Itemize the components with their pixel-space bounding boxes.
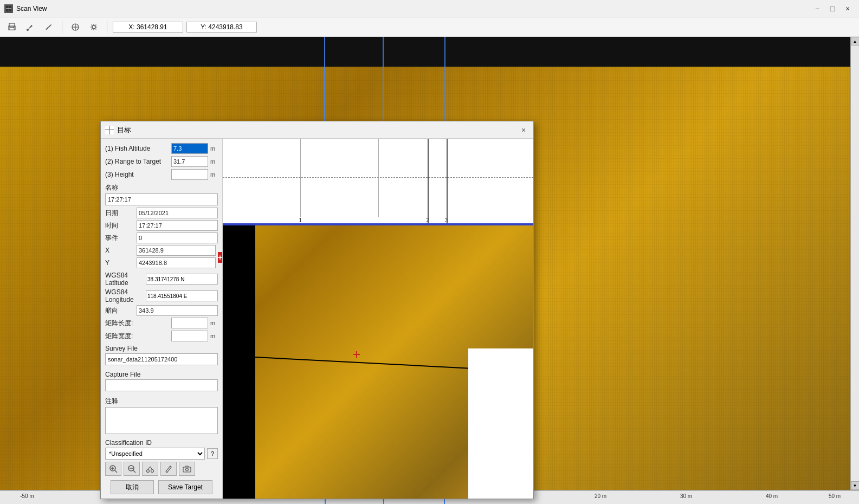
range-to-target-row: (2) Range to Target m <box>105 156 218 167</box>
notes-textarea[interactable] <box>105 407 218 434</box>
xy-row: X Y + <box>105 245 218 270</box>
event-input[interactable] <box>137 232 218 243</box>
heading-input[interactable] <box>137 305 218 316</box>
gear-icon <box>89 23 98 31</box>
zoom-out-tool[interactable] <box>124 462 140 476</box>
range-to-target-label: (2) Range to Target <box>105 158 169 165</box>
svg-point-39 <box>186 468 189 471</box>
fish-altitude-unit: m <box>210 145 218 152</box>
save-target-button[interactable]: Save Target <box>158 480 212 494</box>
brush-icon <box>26 23 35 31</box>
coord-x: X: 361428.91 <box>113 22 183 33</box>
print-button[interactable] <box>4 20 20 35</box>
sonar-shadow-left <box>223 225 255 499</box>
x-input[interactable] <box>137 245 216 256</box>
pencil-icon <box>164 464 173 473</box>
wgs84-lat-label: WGS84 Latitude <box>105 272 144 287</box>
svg-point-5 <box>48 27 49 28</box>
svg-point-3 <box>13 27 14 28</box>
array-length-label: 矩阵长度: <box>105 319 169 328</box>
date-label: 日期 <box>105 209 132 218</box>
survey-file-input[interactable] <box>105 353 218 365</box>
svg-rect-0 <box>9 23 15 27</box>
print-icon <box>8 23 16 31</box>
dialog-title-bar: 目标 × <box>101 121 533 139</box>
sonar-panel: 1 2 3 <box>223 139 533 499</box>
wgs84-lat-row: WGS84 Latitude <box>105 272 218 287</box>
help-button[interactable]: ? <box>207 448 218 459</box>
capture-file-input[interactable] <box>105 379 218 391</box>
svg-text:40 m: 40 m <box>766 493 778 499</box>
zoom-in-tool[interactable] <box>105 462 121 476</box>
svg-text:30 m: 30 m <box>680 493 692 499</box>
minimize-button[interactable]: − <box>810 3 824 14</box>
dialog-title: 目标 <box>117 125 131 135</box>
target-left-vline <box>428 139 429 224</box>
range-to-target-input[interactable] <box>171 156 208 167</box>
array-width-input[interactable] <box>171 331 208 341</box>
classification-select[interactable]: *Unspecified <box>105 448 205 460</box>
separator2 <box>107 21 107 34</box>
range-unit: m <box>210 158 218 165</box>
vertical-scrollbar[interactable]: ▲ ▼ <box>850 37 859 490</box>
svg-text:50 m: 50 m <box>829 493 841 499</box>
scale-3: 3 <box>445 217 448 223</box>
dialog-close-button[interactable]: × <box>518 125 529 135</box>
date-input[interactable] <box>137 208 218 218</box>
wgs84-lon-label: WGS84 Longitude <box>105 288 144 303</box>
separator <box>62 21 62 34</box>
svg-point-4 <box>27 29 29 31</box>
add-location-button[interactable]: + <box>218 252 222 263</box>
svg-line-35 <box>148 467 150 470</box>
close-button[interactable]: × <box>841 3 855 14</box>
height-row: (3) Height m <box>105 169 218 180</box>
blue-baseline <box>223 223 533 224</box>
target-right-vline <box>447 139 448 224</box>
sonar-top-view: 1 2 3 <box>223 139 533 225</box>
app-icon <box>4 4 13 13</box>
svg-text:20 m: 20 m <box>595 493 606 499</box>
pen-tool[interactable] <box>160 462 177 476</box>
zoom-in-icon <box>109 464 118 473</box>
svg-point-9 <box>92 25 95 29</box>
title-bar-left: Scan View <box>4 4 47 13</box>
array-length-input[interactable] <box>171 318 208 328</box>
name-input[interactable] <box>105 193 218 205</box>
capture-file-label: Capture File <box>105 371 218 378</box>
gear-button[interactable] <box>86 20 101 35</box>
camera-tool[interactable] <box>179 462 195 476</box>
time-row: 时间 <box>105 220 218 231</box>
xy-fields: X Y <box>105 245 216 270</box>
tool-row <box>105 462 218 476</box>
zoom-out-icon <box>127 464 136 473</box>
wgs84-lon-input[interactable] <box>146 290 218 301</box>
toolbar: X: 361428.91 Y: 4243918.83 <box>0 17 859 37</box>
camera-icon <box>183 464 191 473</box>
scroll-down[interactable]: ▼ <box>851 481 860 490</box>
height-unit: m <box>210 171 218 178</box>
wgs84-lat-input[interactable] <box>146 274 218 285</box>
hand-button[interactable] <box>68 20 83 35</box>
fish-altitude-row: (1) Fish Altitude m <box>105 143 218 154</box>
maximize-button[interactable]: □ <box>825 3 839 14</box>
x-row: X <box>105 245 216 256</box>
array-length-unit: m <box>210 320 218 326</box>
name-section-label: 名称 <box>105 183 218 192</box>
pen-button[interactable] <box>41 20 56 35</box>
array-length-row: 矩阵长度: m <box>105 318 218 328</box>
y-input[interactable] <box>137 257 216 268</box>
height-input[interactable] <box>171 169 208 180</box>
cancel-button[interactable]: 取消 <box>111 480 154 494</box>
cut-tool[interactable] <box>142 462 158 476</box>
crosshair-marker <box>353 351 360 358</box>
fish-altitude-label: (1) Fish Altitude <box>105 145 169 152</box>
scroll-up[interactable]: ▲ <box>851 37 860 46</box>
crosshair-vertical <box>356 351 357 358</box>
date-row: 日期 <box>105 208 218 218</box>
scale-2: 2 <box>426 217 429 223</box>
settings-button[interactable] <box>23 20 38 35</box>
scissors-icon <box>146 464 154 473</box>
time-input[interactable] <box>137 220 218 231</box>
fish-altitude-input[interactable] <box>171 143 208 154</box>
window-title: Scan View <box>16 5 47 12</box>
